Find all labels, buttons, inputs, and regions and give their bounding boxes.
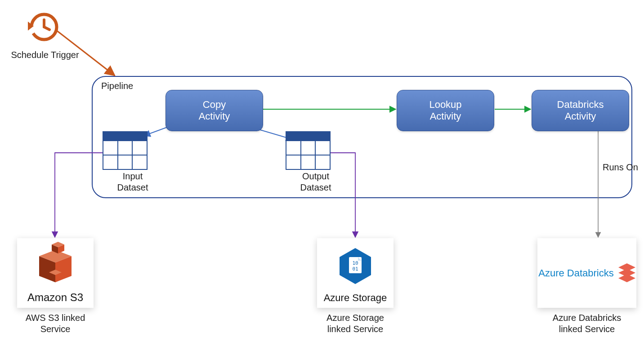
output-dataset-label: Output Dataset: [293, 171, 338, 193]
azure-databricks-card-title: Azure Databricks: [538, 267, 614, 279]
svg-line-2: [44, 27, 49, 30]
aws-s3-service-label: AWS S3 linked Service: [17, 312, 94, 335]
output-dataset-icon: [286, 131, 331, 170]
activity-databricks: Databricks Activity: [532, 90, 629, 131]
runs-on-label: Runs On: [603, 162, 643, 173]
schedule-trigger-icon: [28, 14, 57, 40]
azure-databricks-card: Azure Databricks: [537, 238, 636, 308]
edge-output-to-storage: [331, 153, 355, 237]
input-dataset-icon: [103, 131, 148, 170]
azure-storage-service-label: Azure Storage linked Service: [317, 312, 394, 335]
azure-databricks-service-label: Azure Databricks linked Service: [537, 312, 636, 335]
azure-storage-icon: 10 01 Azure Storage: [317, 238, 394, 308]
input-dataset-label: Input Dataset: [110, 171, 155, 193]
svg-point-0: [31, 14, 57, 40]
azure-storage-card: 10 01 Azure Storage: [317, 238, 394, 308]
amazon-s3-icon: Amazon S3: [17, 238, 94, 308]
diagram-canvas: Schedule Trigger Pipeline Copy Activity …: [0, 0, 644, 342]
activity-lookup: Lookup Activity: [397, 90, 494, 131]
svg-marker-19: [618, 274, 635, 282]
activity-copy: Copy Activity: [165, 90, 263, 131]
svg-text:10: 10: [352, 260, 358, 266]
pipeline-title: Pipeline: [101, 81, 133, 91]
svg-text:01: 01: [352, 266, 358, 272]
amazon-s3-card-title: Amazon S3: [27, 291, 83, 303]
databricks-icon: [618, 263, 635, 283]
edge-input-to-s3: [55, 153, 103, 237]
azure-storage-card-title: Azure Storage: [324, 292, 387, 303]
aws-s3-card: Amazon S3: [17, 238, 94, 308]
schedule-trigger-label: Schedule Trigger: [9, 49, 81, 61]
